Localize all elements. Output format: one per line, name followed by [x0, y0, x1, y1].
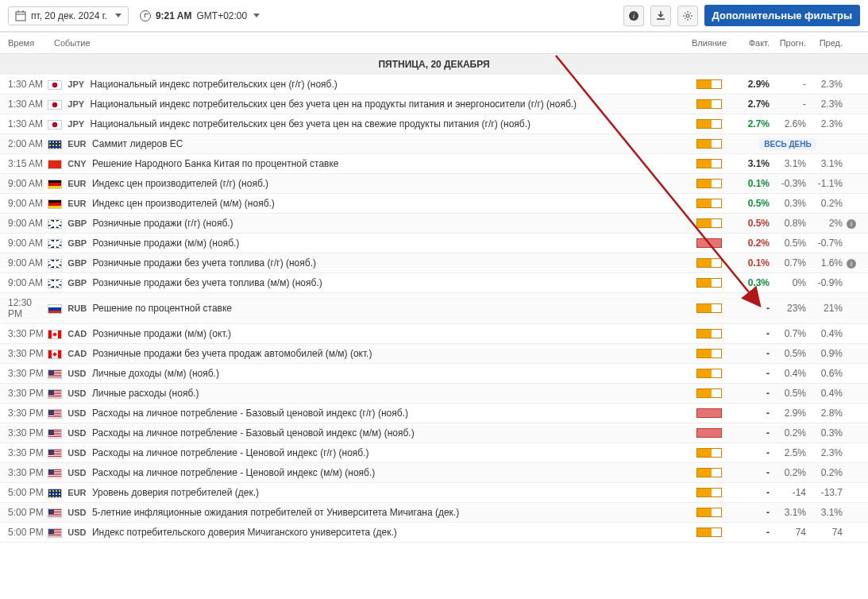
currency-code: JPY [68, 119, 84, 129]
table-row[interactable]: 1:30 AM JPY Национальный индекс потребит… [0, 95, 868, 114]
cell-fact: - [733, 348, 770, 359]
header-event: Событие [48, 38, 685, 48]
cell-impact [685, 238, 733, 248]
header-time: Время [8, 38, 48, 48]
download-button[interactable] [650, 6, 671, 26]
cell-fact: - [733, 388, 770, 399]
cell-time: 3:30 PM [8, 388, 48, 399]
date-banner: ПЯТНИЦА, 20 ДЕКАБРЯ [0, 54, 868, 75]
table-row[interactable]: 1:30 AM JPY Национальный индекс потребит… [0, 75, 868, 95]
cell-time: 12:30 PM [8, 297, 48, 319]
filters-button[interactable]: Дополнительные фильтры [704, 5, 860, 26]
cell-fact: - [733, 368, 770, 379]
cell-time: 5:00 PM [8, 527, 48, 538]
info-icon: i [847, 259, 856, 269]
table-row[interactable]: 3:30 PM USD Расходы на личное потреблени… [0, 443, 868, 463]
table-row[interactable]: 9:00 AM GBP Розничные продажи (г/г) (ноя… [0, 214, 868, 234]
cell-impact [685, 258, 733, 268]
cell-pred: -0.9% [806, 277, 843, 288]
impact-bar-icon [696, 79, 722, 89]
cell-info: i [843, 218, 860, 229]
cell-prog: 0.5% [770, 388, 806, 399]
cell-fact: - [733, 427, 770, 439]
impact-bar-icon [696, 258, 722, 268]
cell-time: 3:30 PM [8, 328, 48, 339]
currency-code: GBP [68, 218, 87, 228]
flag-icon [48, 180, 62, 189]
event-table: 1:30 AM JPY Национальный индекс потребит… [0, 75, 868, 543]
table-row[interactable]: 3:30 PM USD Расходы на личное потреблени… [0, 463, 868, 483]
table-row[interactable]: 9:00 AM GBP Розничные продажи без учета … [0, 273, 868, 293]
cell-impact [685, 349, 733, 358]
cell-event: EUR Индекс цен производителей (м/м) (ноя… [48, 198, 685, 209]
info-button[interactable]: i [623, 6, 644, 26]
flag-icon [48, 160, 62, 169]
cell-prog: 0.8% [770, 218, 806, 229]
table-row[interactable]: 3:30 PM CAD Розничные продажи (м/м) (окт… [0, 324, 868, 344]
cell-fact: 2.7% [733, 99, 770, 110]
cell-time: 1:30 AM [8, 79, 48, 90]
cell-time: 9:00 AM [8, 178, 48, 189]
table-row[interactable]: 3:15 AM CNY Решение Народного Банка Кита… [0, 154, 868, 174]
table-header: Время Событие Влияние Факт. Прогн. Пред. [0, 32, 868, 54]
currency-code: CAD [68, 329, 87, 338]
currency-code: USD [68, 448, 86, 458]
table-row[interactable]: 9:00 AM GBP Розничные продажи без учета … [0, 253, 868, 273]
flag-icon [48, 330, 62, 339]
table-row[interactable]: 12:30 PM RUB Решение по процентной ставк… [0, 293, 868, 324]
currency-code: CAD [68, 349, 87, 358]
impact-bar-icon [696, 468, 722, 477]
cell-event: USD Индекс потребительского доверия Мичи… [48, 527, 685, 538]
cell-impact [685, 139, 733, 149]
table-row[interactable]: 5:00 PM USD 5-летние инфляционные ожидан… [0, 503, 868, 523]
timezone-picker[interactable]: GMT+02:00 [196, 10, 260, 21]
table-row[interactable]: 1:30 AM JPY Национальный индекс потребит… [0, 114, 868, 134]
header-fact: Факт. [733, 38, 770, 48]
cell-fact: 2.9% [733, 79, 770, 90]
table-row[interactable]: 3:30 PM USD Расходы на личное потреблени… [0, 404, 868, 423]
cell-impact [685, 119, 733, 129]
impact-bar-icon [696, 428, 722, 438]
table-row[interactable]: 3:30 PM CAD Розничные продажи без учета … [0, 344, 868, 364]
cell-event: USD Расходы на личное потребление - Цено… [48, 447, 685, 458]
impact-bar-icon [696, 199, 722, 208]
cell-time: 3:30 PM [8, 368, 48, 379]
table-row[interactable]: 9:00 AM EUR Индекс цен производителей (м… [0, 194, 868, 214]
cell-time: 9:00 AM [8, 238, 48, 249]
table-row[interactable]: 3:30 PM USD Личные расходы (нояб.) - 0.5… [0, 384, 868, 404]
date-picker[interactable]: пт, 20 дек. 2024 г. [8, 6, 129, 25]
cell-pred: 0.9% [806, 348, 843, 359]
cell-prog: 0.5% [770, 238, 806, 249]
impact-bar-icon [696, 99, 722, 109]
cell-time: 2:00 AM [8, 138, 48, 149]
table-row[interactable]: 3:30 PM USD Расходы на личное потреблени… [0, 423, 868, 443]
cell-pred: 0.4% [806, 328, 843, 339]
calendar-icon [15, 10, 26, 21]
cell-event: JPY Национальный индекс потребительских … [48, 79, 685, 90]
cell-impact [685, 488, 733, 497]
cell-fact: - [733, 408, 770, 419]
cell-time: 3:30 PM [8, 467, 48, 478]
table-row[interactable]: 9:00 AM EUR Индекс цен производителей (г… [0, 174, 868, 194]
currency-code: EUR [68, 139, 86, 149]
table-row[interactable]: 9:00 AM GBP Розничные продажи (м/м) (ноя… [0, 234, 868, 253]
cell-impact [685, 369, 733, 378]
table-row[interactable]: 5:00 PM USD Индекс потребительского дове… [0, 523, 868, 543]
cell-impact [685, 303, 733, 313]
currency-code: JPY [68, 79, 84, 89]
table-row[interactable]: 3:30 PM USD Личные доходы (м/м) (нояб.) … [0, 364, 868, 384]
cell-pred: 0.6% [806, 368, 843, 379]
currency-code: CNY [68, 159, 86, 168]
table-row[interactable]: 5:00 PM EUR Уровень доверия потребителей… [0, 483, 868, 503]
impact-bar-icon [696, 488, 722, 497]
flag-icon [48, 389, 62, 399]
cell-fact: 3.1% [733, 158, 770, 169]
cell-event: USD Расходы на личное потребление - Цено… [48, 467, 685, 478]
cell-impact [685, 388, 733, 398]
cell-event: GBP Розничные продажи без учета топлива … [48, 257, 685, 269]
cell-time: 9:00 AM [8, 277, 48, 288]
table-row[interactable]: 2:00 AM EUR Саммит лидеров ЕС ВЕСЬ ДЕНЬ [0, 134, 868, 154]
cell-pred: 21% [806, 303, 843, 314]
cell-prog: 0.2% [770, 427, 806, 439]
settings-button[interactable] [677, 6, 698, 26]
